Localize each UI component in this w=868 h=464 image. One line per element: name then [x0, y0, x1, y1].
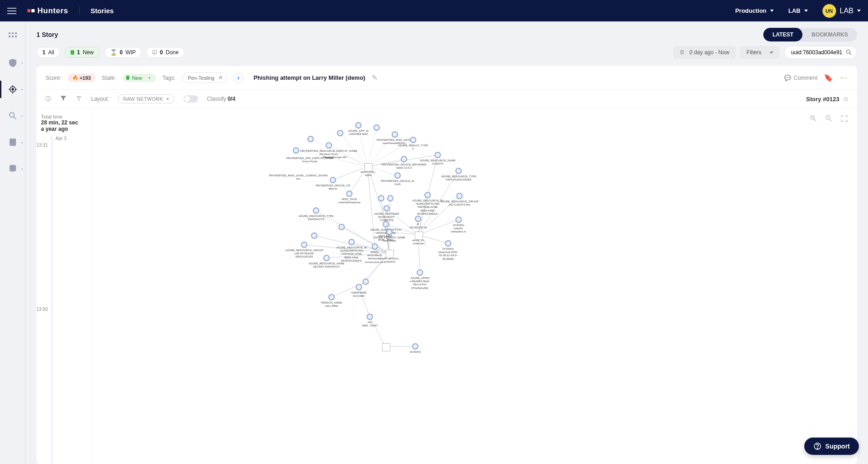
node-circle-icon	[313, 207, 319, 214]
state-dropdown[interactable]: New▾	[123, 74, 156, 82]
more-icon[interactable]: ⋮	[839, 74, 848, 82]
graph-node[interactable]: DOMAIN	[412, 343, 419, 350]
graph-node[interactable]: AZURE_RESOURCE_ID/SUBSCRIPTIONS/729F502E…	[424, 192, 431, 198]
menu-icon[interactable]	[7, 8, 16, 14]
graph-node[interactable]: azure_vm_extension	[415, 232, 423, 240]
brand-text: Hunters	[37, 6, 68, 15]
tab-latest[interactable]: LATEST	[763, 28, 802, 41]
graph-node[interactable]: DOMAINrelax01.whisphers.in	[455, 217, 462, 223]
node-label: AZURE_RESOURCE_GROUPHQ-CLIENTS-RG	[440, 200, 478, 206]
date-range-picker[interactable]: 🗓 0 day ago - Now	[673, 46, 735, 59]
graph-node[interactable]: PROPERTIES_DEVICE_OSMacOs	[330, 177, 336, 183]
support-button[interactable]: Support	[804, 438, 859, 455]
node-circle-icon	[401, 156, 407, 162]
filter-icon[interactable]	[60, 95, 66, 103]
remove-tag-icon[interactable]: ✕	[218, 74, 223, 81]
svg-rect-14	[10, 139, 16, 146]
graph-node[interactable]: IP192.83.165.54	[415, 216, 421, 222]
node-label: AZURE_RESOURCE_TYPESNAPSHOTS	[299, 215, 334, 221]
graph-node[interactable]: AZURE_RESOURCE_NAMESECRET-SNAPSHOT	[323, 255, 330, 261]
graph-node[interactable]	[338, 224, 345, 230]
search-input[interactable]	[791, 49, 842, 56]
graph-node[interactable]: AID2a8d...33a47	[367, 314, 373, 320]
edit-icon[interactable]: ✎	[372, 73, 378, 82]
node-circle-icon	[455, 217, 462, 223]
story-id: Story #0123	[806, 96, 839, 103]
node-circle-icon	[417, 269, 423, 276]
graph-node[interactable]: AZURE_PROVIDERMICROSOFT.COMPUTE	[383, 205, 390, 211]
graph-node[interactable]: azure_account_snapshot	[386, 250, 394, 258]
sidebar-item-search[interactable]: ▸	[0, 112, 25, 120]
graph-node[interactable]: AZURE_RESULT_TYPE0	[410, 137, 416, 143]
sort-icon[interactable]	[76, 95, 82, 103]
graph-canvas[interactable]: AZURE_APP_IDc44b4083-3bb0PROPERTIES_RISK…	[91, 108, 857, 464]
graph-node[interactable]: AZURE_SUBSCRIPTION729F502E-AF9E-4EB4-A40…	[383, 221, 389, 227]
copy-icon[interactable]: ⧉	[844, 96, 848, 102]
graph-node[interactable]: AZURE_RESOURCE_TYPEVIRTUALMACHINES	[455, 168, 462, 174]
graph-node[interactable]: PROPERTIES_RISK_DETAILuserPassedMFADr...	[392, 131, 398, 138]
pill-wip[interactable]: ⌛0WIP	[104, 47, 142, 58]
graph-node[interactable]: AZURE_RESOURCE_TYPESNAPSHOTS	[313, 207, 319, 214]
tenant-dropdown[interactable]: LAB	[788, 7, 808, 14]
zoom-in-icon[interactable]	[810, 115, 817, 124]
graph-node[interactable]: AZURE_APP_IDc44b4083-3bb0	[355, 122, 362, 129]
sidebar-item-database[interactable]: ▸	[0, 165, 25, 173]
sidebar-item-shield[interactable]: ▸	[0, 59, 25, 67]
graph-node[interactable]: AZURE_RESOURCE_GROUPHQ-CLIENTS-RG	[456, 193, 463, 199]
graph-node[interactable]	[373, 124, 380, 131]
graph-node[interactable]	[363, 278, 369, 285]
graph-node[interactable]: EMAILlarrymiller@famtamlab.onmicrosoft.c…	[372, 243, 378, 250]
score-pill[interactable]: 🔥+193	[68, 74, 96, 82]
sidebar-item-book[interactable]: ▸	[0, 138, 25, 146]
comment-button[interactable]: 💬Comment	[784, 75, 817, 81]
pill-new[interactable]: 1New	[65, 47, 100, 58]
zoom-out-icon[interactable]	[825, 115, 832, 124]
tab-bookmarks[interactable]: BOOKMARKS	[802, 28, 857, 41]
graph-node[interactable]: PROPERTIES_DEVICE_BROWSERSafari 13.0.3	[401, 156, 407, 162]
brand-logo[interactable]: Hunters	[27, 6, 68, 15]
graph-node[interactable]: RISK_TAGSunfamiliarFeatures	[346, 191, 352, 197]
classify-toggle[interactable]	[184, 95, 198, 103]
graph-node[interactable]: AZURE_APPIDc44b4083-3bb0-49c1-b47d-974e5…	[417, 269, 423, 276]
graph-node[interactable]	[307, 136, 314, 142]
fullscreen-icon[interactable]	[841, 115, 848, 124]
graph-node[interactable]: AZURE_PERSON_NAMELarry Miller	[386, 229, 393, 235]
bookmark-icon[interactable]: 🔖	[824, 73, 833, 82]
total-time-ago: a year ago	[41, 126, 86, 132]
sidebar-item-apps[interactable]	[0, 32, 25, 41]
graph-node[interactable]: PROPERTIES_RESOURCE_DISPLAY_NAMEWindows …	[326, 142, 332, 149]
add-tag-button[interactable]: +	[234, 73, 244, 83]
layout-dropdown[interactable]: RAW NETWORK▾	[118, 94, 174, 103]
graph-node[interactable]	[387, 195, 393, 201]
database-icon	[9, 165, 17, 173]
node-circle-icon	[455, 168, 462, 174]
search-box[interactable]	[784, 46, 857, 59]
graph-node[interactable]: USERNAMElarrymiller	[356, 284, 362, 290]
filters-dropdown[interactable]: Filters	[740, 46, 780, 59]
graph-node[interactable]: DOMAINrelaystotd.2020-02-26-21-18-3-30.8…	[445, 240, 451, 247]
node-label: AZURE_PERSON_NAMELarry Miller	[373, 236, 405, 242]
user-menu[interactable]: UN LAB	[822, 4, 861, 18]
graph-node[interactable]: AZURE_RESOURCE_ID/SUBSCRIPTIONS/729F502E…	[348, 239, 355, 245]
node-circle-icon	[330, 177, 336, 183]
calendar-icon: 🗓	[679, 49, 685, 56]
graph-node[interactable]	[293, 147, 299, 154]
pill-done[interactable]: ☑0Done	[146, 47, 184, 58]
caret-down-icon	[857, 10, 861, 12]
graph-node[interactable]	[378, 195, 384, 201]
pill-all[interactable]: 1All	[36, 47, 60, 58]
svg-line-22	[814, 119, 816, 121]
graph-node[interactable]	[311, 232, 317, 239]
graph-node[interactable]: PROPERTIES_DEVICE_ID(null)	[394, 172, 401, 179]
graph-node[interactable]: azure_risky_signin	[364, 163, 373, 171]
env-dropdown[interactable]: Production	[735, 7, 774, 14]
info-icon[interactable]: ⓘ	[46, 95, 51, 103]
topbar-row: 1 Story LATEST BOOKMARKS	[26, 21, 868, 46]
graph-node[interactable]	[337, 130, 343, 136]
graph-node[interactable]	[382, 343, 390, 351]
sidebar-item-target[interactable]: ▸	[0, 85, 25, 93]
graph-node[interactable]: AZURE_RESOURCE_NAMECLIENT0	[434, 152, 441, 158]
graph-node[interactable]: PERSON_NAMELarry Miller	[328, 294, 335, 300]
graph-node[interactable]: AZURE_RESOURCE_GROUPLAB-STORAGE-RESOURCE…	[301, 242, 307, 248]
chevron-right-icon: ▸	[21, 140, 23, 144]
